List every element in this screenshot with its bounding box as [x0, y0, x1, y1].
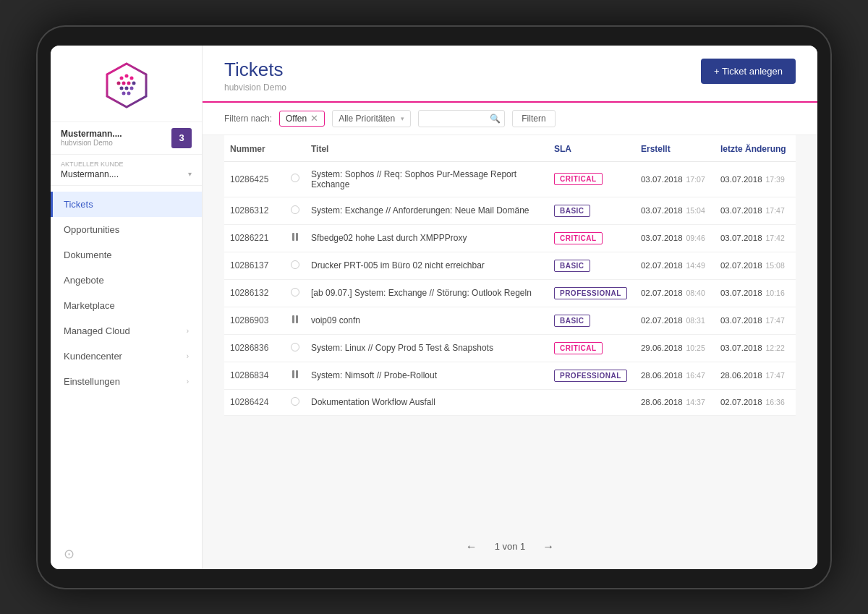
sidebar-subdomain: hubvision Demo [61, 139, 122, 147]
sidebar-item-label: Einstellungen [64, 376, 187, 387]
table-row[interactable]: 10286903voip09 confnBASIC02.07.2018 08:3… [224, 307, 796, 334]
col-nummer: Nummer [224, 135, 285, 162]
cell-letzte-aenderung: 02.07.2018 16:36 [715, 389, 796, 415]
table-row[interactable]: 10286425System: Sophos // Req: Sophos Pu… [224, 161, 796, 197]
date-main: 02.07.2018 [720, 261, 762, 270]
sidebar-badge: 3 [171, 128, 192, 148]
pause-icon [292, 370, 298, 378]
table-row[interactable]: 10286132[ab 09.07.] System: Exchange // … [224, 279, 796, 307]
circle-icon [291, 288, 299, 297]
sidebar: Mustermann.... hubvision Demo 3 Aktuelle… [51, 46, 203, 569]
cell-erstellt: 03.07.2018 09:46 [635, 224, 715, 252]
sla-badge: PROFESSIONAL [554, 287, 627, 299]
cell-titel: Sfbedge02 hohe Last durch XMPPProxy [305, 224, 548, 252]
sidebar-item-tickets[interactable]: Tickets [51, 192, 202, 217]
table-row[interactable]: 10286312System: Exchange // Anforderunge… [224, 197, 796, 224]
svg-point-10 [129, 86, 133, 90]
table-row[interactable]: 10286137Drucker PRT-005 im Büro 02 nicht… [224, 252, 796, 279]
col-letzte-aenderung: letzte Änderung [715, 135, 796, 162]
tickets-table: Nummer Titel SLA Erstellt letzte Änderun… [224, 135, 796, 416]
sidebar-user-section: Mustermann.... hubvision Demo 3 [51, 121, 202, 155]
settings-icon[interactable]: ⊙ [51, 539, 202, 569]
sidebar-item-opportunities[interactable]: Opportunities [51, 217, 202, 242]
date-main: 03.07.2018 [720, 175, 762, 184]
table-row[interactable]: 10286836System: Linux // Copy Prod 5 Tes… [224, 334, 796, 362]
svg-point-8 [119, 86, 123, 90]
date-time: 08:40 [684, 289, 705, 297]
cell-letzte-aenderung: 03.07.2018 17:47 [715, 307, 796, 334]
new-ticket-button[interactable]: + Ticket anlegen [701, 59, 796, 84]
svg-point-2 [124, 74, 128, 77]
sla-badge: CRITICAL [554, 173, 603, 185]
date-time: 16:36 [764, 398, 785, 406]
sidebar-item-label: Tickets [64, 199, 189, 210]
sidebar-logo [51, 46, 202, 121]
pagination-next-button[interactable]: → [537, 537, 560, 556]
cell-letzte-aenderung: 03.07.2018 17:42 [715, 224, 796, 252]
cell-nummer: 10286425 [224, 161, 285, 197]
date-time: 12:22 [764, 344, 785, 352]
date-main: 02.07.2018 [720, 398, 762, 406]
cell-sla: CRITICAL [548, 224, 635, 252]
sidebar-item-dokumente[interactable]: Dokumente [51, 242, 202, 268]
tablet-frame: Mustermann.... hubvision Demo 3 Aktuelle… [36, 25, 832, 589]
cell-titel: System: Sophos // Req: Sophos Pur-Messag… [305, 161, 548, 197]
pagination-prev-button[interactable]: ← [460, 537, 483, 556]
cell-nummer: 10286132 [224, 279, 285, 307]
cell-erstellt: 28.06.2018 14:37 [635, 389, 715, 415]
sidebar-item-einstellungen[interactable]: Einstellungen › [51, 369, 202, 394]
pause-icon [292, 233, 298, 241]
sidebar-username: Mustermann.... [61, 129, 122, 139]
cell-erstellt: 02.07.2018 08:40 [635, 279, 715, 307]
filter-search-input[interactable] [418, 110, 505, 127]
date-main: 29.06.2018 [641, 344, 683, 352]
cell-sla: BASIC [548, 252, 635, 279]
filter-tag-label: Offen [286, 114, 307, 124]
cell-titel: System: Nimsoft // Probe-Rollout [305, 362, 548, 389]
table-row[interactable]: 10286834System: Nimsoft // Probe-Rollout… [224, 362, 796, 389]
date-main: 28.06.2018 [641, 371, 683, 380]
svg-point-11 [122, 91, 125, 95]
sidebar-item-angebote[interactable]: Angebote [51, 268, 202, 293]
svg-marker-0 [107, 64, 146, 107]
cell-nummer: 10286836 [224, 334, 285, 362]
filter-priority-dropdown[interactable]: Alle Prioritäten ▾ [332, 110, 411, 127]
sidebar-item-managed-cloud[interactable]: Managed Cloud › [51, 318, 202, 344]
circle-icon [291, 260, 299, 269]
cell-sla: PROFESSIONAL [548, 362, 635, 389]
tablet-screen: Mustermann.... hubvision Demo 3 Aktuelle… [51, 46, 817, 569]
date-main: 03.07.2018 [720, 206, 762, 215]
cell-titel: System: Linux // Copy Prod 5 Test & Snap… [305, 334, 548, 362]
cell-nummer: 10286903 [224, 307, 285, 334]
sidebar-customer-name[interactable]: Mustermann.... ▾ [61, 169, 192, 179]
sidebar-item-marketplace[interactable]: Marketplace [51, 293, 202, 318]
cell-erstellt: 02.07.2018 14:49 [635, 252, 715, 279]
cell-letzte-aenderung: 03.07.2018 12:22 [715, 334, 796, 362]
header-top: Tickets hubvision Demo + Ticket anlegen [224, 59, 796, 93]
table-row[interactable]: 10286221Sfbedge02 hohe Last durch XMPPPr… [224, 224, 796, 252]
cell-sla: BASIC [548, 307, 635, 334]
date-main: 28.06.2018 [641, 398, 683, 406]
date-time: 17:42 [764, 234, 785, 242]
table-row[interactable]: 10286424Dokumentation Workflow Ausfall28… [224, 389, 796, 415]
sidebar-item-kundencenter[interactable]: Kundencenter › [51, 344, 202, 369]
circle-icon [291, 174, 299, 182]
cell-letzte-aenderung: 03.07.2018 17:39 [715, 161, 796, 197]
main-header: Tickets hubvision Demo + Ticket anlegen [203, 46, 817, 103]
cell-sla: PROFESSIONAL [548, 279, 635, 307]
cell-icon [285, 279, 305, 307]
sidebar-item-label: Angebote [64, 275, 189, 286]
sidebar-item-label: Opportunities [64, 224, 189, 235]
sidebar-item-label: Dokumente [64, 250, 189, 260]
sidebar-item-label: Marketplace [64, 300, 189, 311]
cell-letzte-aenderung: 02.07.2018 15:08 [715, 252, 796, 279]
filter-tag-close-icon[interactable]: ✕ [310, 114, 318, 123]
table-wrap: Nummer Titel SLA Erstellt letzte Änderun… [203, 135, 817, 524]
filter-button[interactable]: Filtern [512, 110, 555, 127]
cell-titel: voip09 confn [305, 307, 548, 334]
cell-icon [285, 389, 305, 415]
cell-erstellt: 03.07.2018 17:07 [635, 161, 715, 197]
sla-badge: BASIC [554, 205, 590, 217]
cell-nummer: 10286312 [224, 197, 285, 224]
date-main: 03.07.2018 [720, 344, 762, 352]
